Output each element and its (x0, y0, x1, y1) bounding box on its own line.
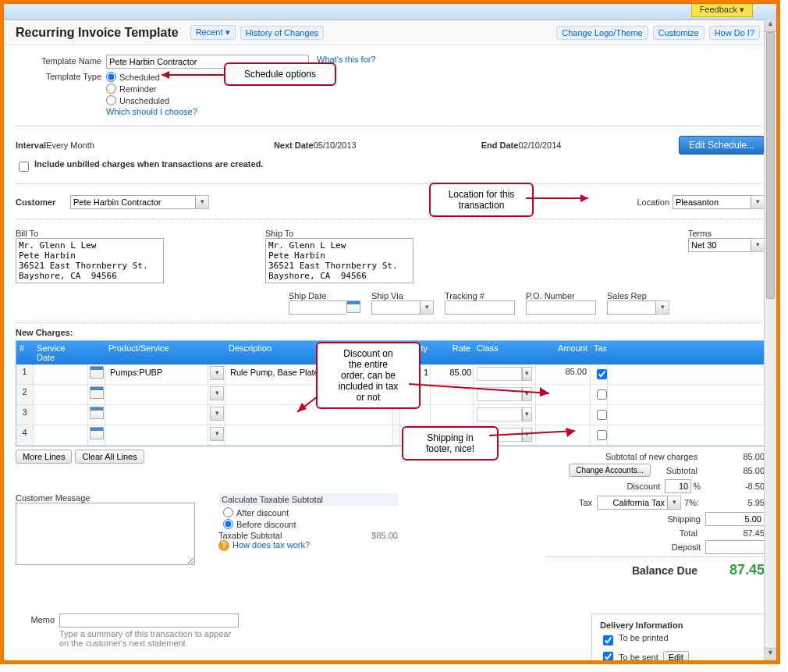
terms-select[interactable] (688, 238, 751, 252)
tracking-input[interactable] (445, 300, 515, 315)
clear-lines-button[interactable]: Clear All Lines (75, 450, 144, 464)
terms-dropdown-icon[interactable]: ▾ (751, 238, 765, 252)
description-input[interactable] (229, 428, 392, 439)
product-input[interactable] (108, 387, 208, 398)
after-discount-radio[interactable] (223, 507, 233, 517)
page-header: Recurring Invoice Template Recent ▾ Hist… (4, 20, 776, 45)
calendar-icon[interactable] (90, 386, 104, 399)
shipto-label: Ship To (265, 229, 414, 238)
po-input[interactable] (526, 300, 596, 315)
customer-label: Customer (16, 197, 70, 207)
service-date-input[interactable] (37, 428, 87, 439)
scheduled-radio[interactable] (106, 72, 116, 82)
shipping-label: Shipping (546, 514, 705, 524)
after-discount-label: After discount (236, 508, 289, 517)
product-dropdown-icon[interactable]: ▾ (210, 366, 224, 380)
customer-message-textarea[interactable] (16, 503, 195, 565)
terms-label: Terms (688, 229, 765, 238)
po-label: P.O. Number (526, 291, 596, 300)
unscheduled-label: Unscheduled (119, 96, 169, 105)
salesrep-dropdown-icon[interactable]: ▾ (655, 300, 669, 315)
to-be-printed-checkbox[interactable] (603, 635, 613, 645)
memo-input[interactable] (59, 613, 239, 628)
service-date-input[interactable] (37, 407, 87, 418)
shipvia-dropdown-icon[interactable]: ▾ (420, 300, 434, 315)
unscheduled-radio[interactable] (106, 95, 116, 105)
shipping-input[interactable] (705, 512, 765, 526)
discount-label: Discount (546, 482, 665, 491)
svg-line-4 (409, 384, 549, 393)
feedback-button[interactable]: Feedback ▾ (691, 2, 753, 17)
total-label: Total (546, 528, 702, 538)
change-logo-button[interactable]: Change Logo/Theme (556, 26, 648, 40)
how-tax-link[interactable]: How does tax work? (232, 540, 310, 549)
calendar-icon[interactable] (90, 427, 104, 439)
tax-checkbox[interactable] (597, 430, 607, 440)
how-do-i-button[interactable]: How Do I? (709, 26, 760, 40)
product-dropdown-icon[interactable]: ▾ (210, 427, 224, 441)
tax-checkbox[interactable] (597, 410, 607, 420)
calendar-icon[interactable] (90, 407, 104, 419)
class-input[interactable] (477, 407, 522, 421)
location-dropdown-icon[interactable]: ▾ (751, 195, 765, 209)
billto-textarea[interactable]: Mr. Glenn L Lew Pete Harbin 36521 East T… (16, 238, 164, 283)
taxable-subtotal-title: Calculate Taxable Subtotal (218, 493, 398, 506)
reminder-radio[interactable] (106, 84, 116, 94)
location-label: Location (637, 197, 669, 207)
calendar-icon[interactable] (90, 366, 104, 379)
scroll-thumb[interactable] (766, 32, 775, 299)
rate-input[interactable] (434, 367, 473, 378)
tax-checkbox[interactable] (597, 389, 607, 400)
change-accounts-button[interactable]: Change Accounts... (569, 464, 651, 477)
discount-value: -8.50 (702, 482, 765, 491)
product-input[interactable] (108, 428, 208, 439)
which-should-link[interactable]: Which should I choose? (106, 107, 197, 116)
product-input[interactable] (108, 367, 208, 378)
customer-dropdown-icon[interactable]: ▾ (195, 195, 209, 209)
class-dropdown-icon[interactable]: ▾ (522, 407, 532, 421)
before-discount-radio[interactable] (223, 519, 233, 529)
product-dropdown-icon[interactable]: ▾ (210, 386, 224, 400)
template-type-label: Template Type (16, 70, 106, 81)
top-bar: Feedback ▾ (4, 4, 776, 20)
interval-value: Every Month (46, 140, 94, 150)
tax-rate: 7%: (684, 498, 699, 507)
delivery-title: Delivery Information (600, 620, 756, 630)
tax-select[interactable] (597, 496, 667, 510)
help-icon: ? (218, 540, 229, 551)
history-button[interactable]: History of Changes (240, 26, 325, 40)
salesrep-input[interactable] (607, 300, 655, 315)
service-date-input[interactable] (37, 367, 87, 378)
shipto-textarea[interactable]: Mr. Glenn L Lew Pete Harbin 36521 East T… (265, 238, 414, 283)
qty-input[interactable] (401, 407, 430, 418)
tax-checkbox[interactable] (597, 369, 607, 379)
to-be-sent-checkbox[interactable] (603, 652, 613, 662)
edit-email-button[interactable]: Edit (663, 651, 689, 663)
more-lines-button[interactable]: More Lines (16, 450, 72, 464)
recent-button[interactable]: Recent ▾ (190, 25, 236, 40)
vertical-scrollbar[interactable]: ▲ ▼ (764, 20, 776, 660)
scroll-up-icon[interactable]: ▲ (765, 20, 776, 32)
service-date-input[interactable] (37, 387, 87, 398)
edit-schedule-button[interactable]: Edit Schedule... (679, 136, 765, 155)
product-input[interactable] (108, 407, 208, 418)
rate-input[interactable] (434, 407, 473, 418)
unbilled-checkbox[interactable] (19, 162, 29, 172)
product-dropdown-icon[interactable]: ▾ (210, 407, 224, 421)
customer-select[interactable] (70, 195, 195, 209)
scroll-down-icon[interactable]: ▼ (765, 648, 776, 660)
tracking-label: Tracking # (445, 291, 515, 300)
tax-label: Tax (569, 498, 597, 507)
shipvia-input[interactable] (371, 300, 420, 315)
tax-dropdown-icon[interactable]: ▾ (667, 496, 681, 510)
memo-label: Memo (16, 613, 59, 664)
location-select[interactable] (673, 195, 751, 209)
next-date-value: 05/10/2013 (314, 140, 357, 150)
deposit-input[interactable] (705, 540, 765, 554)
shipdate-input[interactable] (289, 300, 346, 315)
shipvia-label: Ship Via (371, 291, 434, 300)
calendar-icon[interactable] (346, 300, 360, 313)
discount-pct-input[interactable] (665, 479, 691, 493)
customize-button[interactable]: Customize (653, 26, 705, 40)
to-be-sent-label: To be sent (619, 652, 658, 662)
